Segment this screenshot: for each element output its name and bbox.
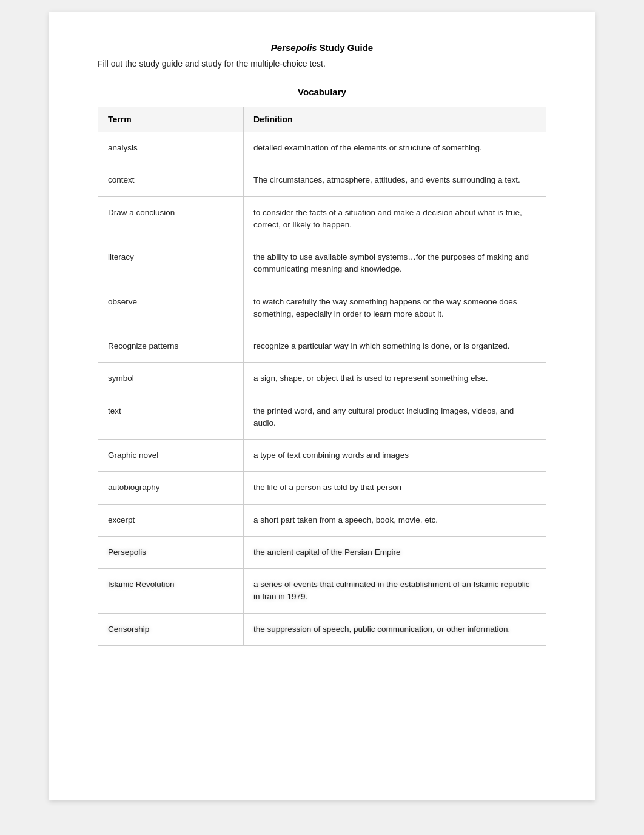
definition-cell: The circumstances, atmosphere, attitudes… xyxy=(244,164,546,196)
page: Persepolis Study Guide Fill out the stud… xyxy=(49,12,595,800)
vocab-section-title: Vocabulary xyxy=(98,87,546,97)
term-cell: analysis xyxy=(98,132,244,164)
definition-cell: the printed word, and any cultural produ… xyxy=(244,395,546,440)
definition-cell: to consider the facts of a situation and… xyxy=(244,196,546,241)
col-definition-header: Definition xyxy=(244,107,546,132)
table-row: Persepolisthe ancient capital of the Per… xyxy=(98,536,546,568)
definition-cell: to watch carefully the way something hap… xyxy=(244,286,546,330)
table-row: excerpta short part taken from a speech,… xyxy=(98,504,546,536)
term-cell: Recognize patterns xyxy=(98,330,244,363)
table-row: Recognize patternsrecognize a particular… xyxy=(98,330,546,363)
term-cell: Draw a conclusion xyxy=(98,196,244,241)
col-term-header: Terrm xyxy=(98,107,244,132)
term-cell: observe xyxy=(98,286,244,330)
page-title: Persepolis Study Guide xyxy=(98,42,546,53)
definition-cell: a short part taken from a speech, book, … xyxy=(244,504,546,536)
definition-cell: the ability to use available symbol syst… xyxy=(244,241,546,286)
term-cell: text xyxy=(98,395,244,440)
term-cell: autobiography xyxy=(98,472,244,504)
term-cell: context xyxy=(98,164,244,196)
table-row: Draw a conclusionto consider the facts o… xyxy=(98,196,546,241)
table-row: Censorshipthe suppression of speech, pub… xyxy=(98,613,546,645)
term-cell: literacy xyxy=(98,241,244,286)
page-subtitle: Fill out the study guide and study for t… xyxy=(98,59,546,69)
term-cell: Censorship xyxy=(98,613,244,645)
definition-cell: the suppression of speech, public commun… xyxy=(244,613,546,645)
table-row: observeto watch carefully the way someth… xyxy=(98,286,546,330)
table-row: analysisdetailed examination of the elem… xyxy=(98,132,546,164)
vocab-table: Terrm Definition analysisdetailed examin… xyxy=(98,107,546,646)
table-row: Graphic novela type of text combining wo… xyxy=(98,440,546,472)
table-row: contextThe circumstances, atmosphere, at… xyxy=(98,164,546,196)
definition-cell: recognize a particular way in which some… xyxy=(244,330,546,363)
table-row: symbola sign, shape, or object that is u… xyxy=(98,363,546,395)
term-cell: Persepolis xyxy=(98,536,244,568)
definition-cell: a type of text combining words and image… xyxy=(244,440,546,472)
term-cell: Islamic Revolution xyxy=(98,569,244,614)
table-row: literacythe ability to use available sym… xyxy=(98,241,546,286)
definition-cell: detailed examination of the elements or … xyxy=(244,132,546,164)
definition-cell: the ancient capital of the Persian Empir… xyxy=(244,536,546,568)
term-cell: excerpt xyxy=(98,504,244,536)
table-row: Islamic Revolutiona series of events tha… xyxy=(98,569,546,614)
definition-cell: the life of a person as told by that per… xyxy=(244,472,546,504)
term-cell: symbol xyxy=(98,363,244,395)
definition-cell: a series of events that culminated in th… xyxy=(244,569,546,614)
definition-cell: a sign, shape, or object that is used to… xyxy=(244,363,546,395)
table-row: autobiographythe life of a person as tol… xyxy=(98,472,546,504)
table-row: textthe printed word, and any cultural p… xyxy=(98,395,546,440)
term-cell: Graphic novel xyxy=(98,440,244,472)
